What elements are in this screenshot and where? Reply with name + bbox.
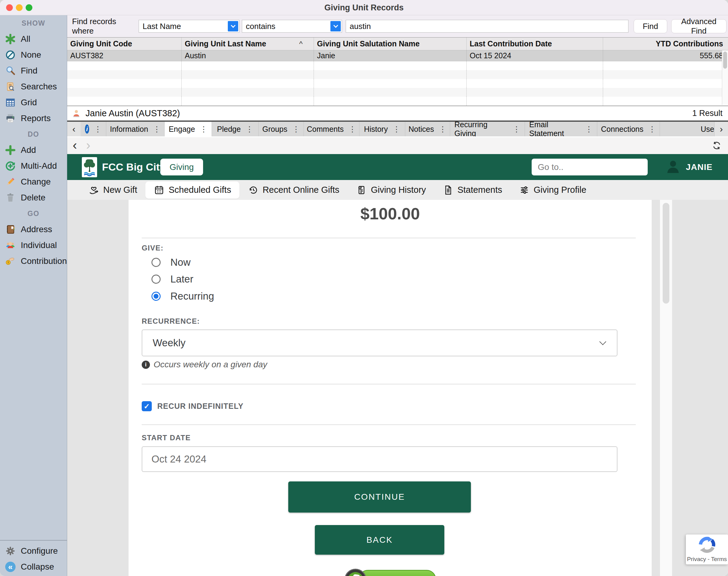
- field-dropdown[interactable]: Last Name: [139, 20, 239, 33]
- give-option-later[interactable]: Later: [152, 273, 193, 285]
- tab-menu-icon[interactable]: ⋮: [153, 125, 161, 134]
- table-row[interactable]: AUST382 Austin Janie Oct 15 2024 555.68: [67, 50, 728, 61]
- sidebar-item-configure[interactable]: Configure: [0, 543, 67, 559]
- tab-connections[interactable]: Connections⋮: [597, 122, 660, 136]
- column-header[interactable]: Giving Unit Code: [67, 37, 182, 50]
- column-header[interactable]: Last Contribution Date: [467, 37, 603, 50]
- checkbox-checked-icon[interactable]: ✓: [142, 401, 152, 411]
- hand-coin-icon: [4, 255, 17, 267]
- tab-notices[interactable]: Notices⋮: [405, 122, 450, 136]
- table-scrollbar[interactable]: [722, 50, 728, 105]
- tab-menu-icon[interactable]: ⋮: [200, 125, 208, 134]
- sidebar-item-label: All: [21, 34, 30, 44]
- tab-menu-icon[interactable]: ⋮: [513, 125, 520, 134]
- site-brand[interactable]: FCC Big City: [102, 154, 165, 180]
- nav-statements[interactable]: Statements: [434, 181, 511, 199]
- tab-menu-icon[interactable]: ⋮: [94, 125, 102, 134]
- user-avatar[interactable]: [665, 158, 681, 176]
- tab-menu-icon[interactable]: ⋮: [348, 125, 356, 134]
- tab-use-truncated[interactable]: Use: [660, 122, 714, 136]
- recurrence-select[interactable]: Weekly: [142, 329, 617, 356]
- grid-icon: [4, 96, 17, 109]
- tab-menu-icon[interactable]: ⋮: [648, 125, 656, 134]
- recurrence-value: Weekly: [153, 337, 186, 349]
- advanced-find-button[interactable]: Advanced Find: [671, 19, 726, 33]
- sidebar-item-all[interactable]: All: [0, 31, 67, 47]
- sidebar-item-change[interactable]: Change: [0, 174, 67, 190]
- find-button[interactable]: Find: [633, 19, 667, 33]
- goto-search-input[interactable]: [532, 159, 648, 175]
- column-header[interactable]: YTD Contributions: [603, 37, 728, 50]
- tab-recurring-giving[interactable]: Recurring Giving⋮: [450, 122, 525, 136]
- giving-app-button[interactable]: Giving: [160, 159, 203, 175]
- tab-pledge[interactable]: Pledge⋮: [212, 122, 259, 136]
- start-date-input[interactable]: Oct 24 2024: [142, 447, 617, 472]
- sidebar-item-searches[interactable]: Searches: [0, 79, 67, 94]
- minimize-button[interactable]: [16, 4, 23, 11]
- nav-new-gift[interactable]: New Gift: [80, 181, 145, 199]
- tab-history[interactable]: History⋮: [359, 122, 405, 136]
- search-input[interactable]: [346, 20, 628, 33]
- radio-checked-icon[interactable]: [152, 292, 161, 301]
- back-nav-icon[interactable]: ‹: [73, 137, 77, 154]
- sidebar-item-reports[interactable]: Reports: [0, 110, 67, 126]
- tab-comments[interactable]: Comments⋮: [304, 122, 359, 136]
- radio-unchecked-icon[interactable]: [152, 275, 161, 284]
- table-empty-row: [67, 70, 728, 79]
- sidebar-item-address[interactable]: Address: [0, 222, 67, 237]
- tab-menu-icon[interactable]: ⋮: [245, 125, 253, 134]
- app-window: Giving Unit Records SHOW All None Find S…: [0, 0, 728, 576]
- sidebar-item-collapse[interactable]: « Collapse: [0, 559, 67, 575]
- calendar-icon: [154, 184, 165, 196]
- nav-recent-online-gifts[interactable]: Recent Online Gifts: [239, 181, 348, 199]
- sidebar-item-delete[interactable]: Delete: [0, 190, 67, 206]
- sidebar-item-contributions[interactable]: Contributions: [0, 253, 67, 269]
- give-option-recurring[interactable]: Recurring: [152, 290, 214, 302]
- tab-menu-icon[interactable]: ⋮: [292, 125, 300, 134]
- giving-form-card: $100.00 GIVE: Now Later Recurring RECURR…: [129, 200, 652, 576]
- tab-menu-icon[interactable]: ⋮: [393, 125, 400, 134]
- operator-dropdown[interactable]: contains: [242, 20, 342, 33]
- tabs-scroll-right-button[interactable]: ›: [714, 122, 728, 136]
- comodo-logo-icon: [345, 569, 367, 576]
- back-button[interactable]: BACK: [315, 525, 444, 555]
- tab-engage[interactable]: Engage⋮: [165, 122, 212, 136]
- sidebar-item-grid[interactable]: Grid: [0, 94, 67, 110]
- user-name[interactable]: JANIE: [686, 154, 712, 180]
- column-header[interactable]: Giving Unit Salutation Name: [314, 37, 467, 50]
- zoom-button[interactable]: [26, 4, 32, 11]
- results-table: Giving Unit Code Giving Unit Last Name ^…: [67, 37, 728, 106]
- tab-email-statement[interactable]: Email Statement⋮: [525, 122, 597, 136]
- give-option-now[interactable]: Now: [152, 257, 191, 268]
- sidebar-item-multi-add[interactable]: Multi-Add: [0, 158, 67, 174]
- cell-giving-unit-code: AUST382: [67, 50, 182, 61]
- church-logo[interactable]: [82, 157, 97, 177]
- sidebar-item-individual[interactable]: Individual: [0, 237, 67, 253]
- refresh-icon[interactable]: [711, 140, 722, 152]
- cell-ytd: 555.68: [603, 50, 728, 61]
- close-button[interactable]: [6, 4, 13, 11]
- webview-scrollbar[interactable]: [659, 200, 672, 576]
- tab-information[interactable]: Information⋮: [106, 122, 165, 136]
- column-header[interactable]: Giving Unit Last Name ^: [182, 37, 314, 50]
- sidebar-item-none[interactable]: None: [0, 47, 67, 63]
- tab-menu-icon[interactable]: ⋮: [439, 125, 447, 134]
- gear-icon: [4, 545, 17, 557]
- continue-button[interactable]: CONTINUE: [288, 482, 471, 513]
- nav-giving-history[interactable]: Giving History: [348, 181, 434, 199]
- history-clock-icon: [248, 184, 259, 196]
- dropdown-chevron-icon: [228, 21, 238, 31]
- tab-menu-icon[interactable]: ⋮: [585, 125, 593, 134]
- recur-indefinitely-field[interactable]: ✓ RECUR INDEFINITELY: [142, 401, 243, 411]
- tab-info[interactable]: i ⋮: [81, 122, 106, 136]
- nav-giving-profile[interactable]: Giving Profile: [511, 181, 595, 199]
- radio-unchecked-icon[interactable]: [152, 258, 161, 267]
- forward-nav-icon[interactable]: ›: [86, 137, 90, 154]
- recaptcha-links[interactable]: Privacy - Terms: [686, 556, 728, 563]
- sidebar-item-add[interactable]: Add: [0, 142, 67, 158]
- nav-scheduled-gifts[interactable]: Scheduled Gifts: [145, 181, 239, 199]
- sidebar-item-find[interactable]: Find: [0, 63, 67, 79]
- tabs-scroll-left-button[interactable]: ‹: [67, 122, 81, 136]
- tab-groups[interactable]: Groups⋮: [259, 122, 304, 136]
- recaptcha-badge[interactable]: Privacy - Terms: [686, 535, 728, 565]
